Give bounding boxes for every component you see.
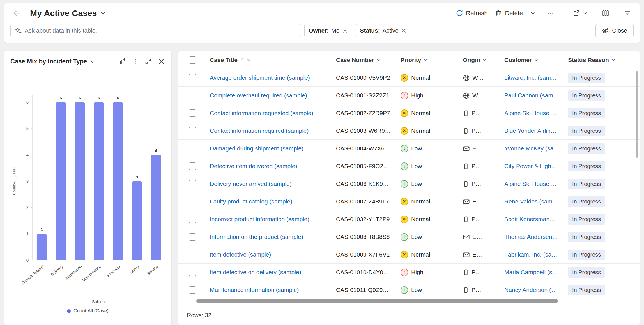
edit-filters-button[interactable]	[621, 8, 634, 19]
checkbox[interactable]	[189, 233, 196, 241]
column-header-case-number[interactable]: Case Number	[333, 57, 397, 63]
customer-link[interactable]: Fabrikam, Inc. (sa…	[504, 251, 557, 258]
table-row[interactable]: Item defective on delivery (sample) CAS-…	[178, 264, 640, 281]
row-checkbox[interactable]	[178, 145, 206, 152]
checkbox[interactable]	[189, 269, 196, 276]
customer-link[interactable]: Thomas Andersen…	[504, 234, 558, 240]
pill-label: Status:	[360, 27, 380, 34]
view-selector[interactable]: My Active Cases	[30, 8, 106, 18]
case-title-link[interactable]: Item defective on delivery (sample)	[210, 269, 301, 275]
row-checkbox[interactable]	[178, 233, 206, 241]
row-checkbox[interactable]	[178, 251, 206, 258]
refresh-button[interactable]: Refresh	[453, 8, 490, 19]
row-checkbox[interactable]	[178, 127, 206, 134]
column-label: Origin	[463, 57, 480, 63]
checkbox[interactable]	[189, 127, 196, 134]
close-chart-button[interactable]	[155, 56, 167, 67]
overflow-menu-button[interactable]	[544, 8, 557, 19]
chart-more-options-button[interactable]	[129, 56, 141, 67]
table-row[interactable]: Contact information requested (sample) C…	[178, 104, 640, 122]
checkbox[interactable]	[189, 145, 196, 152]
case-title-link[interactable]: Contact information required (sample)	[210, 127, 309, 134]
back-button[interactable]	[10, 7, 23, 19]
remove-filter-button[interactable]	[342, 28, 348, 33]
case-title-link[interactable]: Information on the product (sample)	[210, 234, 303, 240]
close-filter-bar-button[interactable]: Close	[595, 24, 634, 37]
filter-pill-owner[interactable]: Owner: Me	[304, 24, 352, 37]
checkbox[interactable]	[189, 162, 196, 170]
row-checkbox[interactable]	[178, 269, 206, 276]
customer-link[interactable]: Blue Yonder Airlin…	[504, 127, 556, 134]
row-checkbox[interactable]	[178, 198, 206, 205]
table-row[interactable]: Faulty product catalog (sample) CAS-0100…	[178, 193, 640, 210]
case-title-link[interactable]: Faulty product catalog (sample)	[210, 198, 292, 205]
more-commands-chevron-button[interactable]	[528, 8, 539, 18]
row-checkbox[interactable]	[178, 216, 206, 223]
checkbox[interactable]	[189, 180, 196, 187]
table-row[interactable]: Incorrect product information (sample) C…	[178, 210, 640, 228]
table-row[interactable]: Delivery never arrived (sample) CAS-0100…	[178, 175, 640, 193]
case-title-link[interactable]: Incorrect product information (sample)	[210, 216, 309, 222]
customer-link[interactable]: Litware, Inc. (sam…	[504, 74, 557, 81]
case-title-link[interactable]: Delivery never arrived (sample)	[210, 180, 292, 187]
checkbox[interactable]	[189, 286, 196, 294]
filter-pill-status[interactable]: Status: Active	[356, 24, 411, 37]
toolbar-actions: Refresh Delete	[453, 8, 634, 19]
checkbox[interactable]	[189, 251, 196, 258]
row-checkbox[interactable]	[178, 286, 206, 294]
search-input[interactable]	[25, 27, 296, 34]
checkbox[interactable]	[189, 74, 196, 81]
horizontal-scrollbar[interactable]	[196, 299, 558, 303]
delete-button[interactable]: Delete	[492, 8, 525, 19]
add-chart-button[interactable]	[116, 56, 128, 67]
share-button[interactable]	[570, 8, 590, 19]
case-title-link[interactable]: Item defective (sample)	[210, 251, 271, 258]
column-header-priority[interactable]: Priority	[397, 57, 459, 63]
column-header-case-title[interactable]: Case Title	[206, 57, 333, 63]
case-title-link[interactable]: Average order shipment time (sample)	[210, 74, 310, 81]
row-checkbox[interactable]	[178, 162, 206, 170]
vertical-scrollbar[interactable]	[636, 71, 638, 158]
row-checkbox[interactable]	[178, 109, 206, 117]
case-title-link[interactable]: Damaged during shipment (sample)	[210, 145, 303, 152]
remove-filter-button[interactable]	[401, 28, 407, 33]
table-row[interactable]: Average order shipment time (sample) CAS…	[178, 69, 640, 87]
customer-link[interactable]: Alpine Ski House …	[504, 180, 557, 187]
row-checkbox[interactable]	[178, 74, 206, 81]
checkbox[interactable]	[189, 56, 196, 64]
case-title-link[interactable]: Defective item delivered (sample)	[210, 163, 297, 169]
checkbox[interactable]	[189, 92, 196, 99]
customer-link[interactable]: Rene Valdes (sam…	[504, 198, 558, 205]
case-title-link[interactable]: Complete overhaul required (sample)	[210, 92, 307, 99]
customer-link[interactable]: Paul Cannon (sam…	[504, 92, 559, 99]
customer-link[interactable]: Maria Campbell (s…	[504, 269, 558, 275]
table-row[interactable]: Contact information required (sample) CA…	[178, 122, 640, 140]
customer-link[interactable]: Yvonne McKay (sa…	[504, 145, 559, 152]
table-row[interactable]: Maintenance information (sample) CAS-010…	[178, 281, 640, 299]
customer-link[interactable]: Nancy Anderson (…	[504, 287, 557, 293]
column-header-origin[interactable]: Origin	[459, 57, 501, 63]
case-title-link[interactable]: Contact information requested (sample)	[210, 110, 313, 116]
checkbox[interactable]	[189, 109, 196, 117]
table-row[interactable]: Damaged during shipment (sample) CAS-010…	[178, 140, 640, 157]
chart-selector[interactable]	[89, 59, 95, 64]
case-title-link[interactable]: Maintenance information (sample)	[210, 287, 299, 293]
customer-link[interactable]: Alpine Ski House …	[504, 110, 557, 116]
checkbox[interactable]	[189, 198, 196, 205]
column-header-customer[interactable]: Customer	[501, 57, 565, 63]
checkbox[interactable]	[189, 216, 196, 223]
ask-data-search-box[interactable]	[10, 24, 300, 37]
customer-link[interactable]: Scott Konersman…	[504, 216, 555, 222]
expand-chart-button[interactable]	[142, 56, 154, 67]
row-checkbox[interactable]	[178, 92, 206, 99]
edit-columns-button[interactable]	[599, 8, 612, 19]
select-all-checkbox[interactable]	[178, 56, 206, 64]
table-row[interactable]: Information on the product (sample) CAS-…	[178, 228, 640, 246]
svg-text:3: 3	[136, 175, 138, 179]
table-row[interactable]: Item defective (sample) CAS-01009-X7F6V1…	[178, 246, 640, 264]
row-checkbox[interactable]	[178, 180, 206, 187]
customer-link[interactable]: City Power & Ligh…	[504, 163, 557, 169]
table-row[interactable]: Complete overhaul required (sample) CAS-…	[178, 87, 640, 104]
column-header-status-reason[interactable]: Status Reason	[565, 57, 640, 63]
table-row[interactable]: Defective item delivered (sample) CAS-01…	[178, 157, 640, 175]
